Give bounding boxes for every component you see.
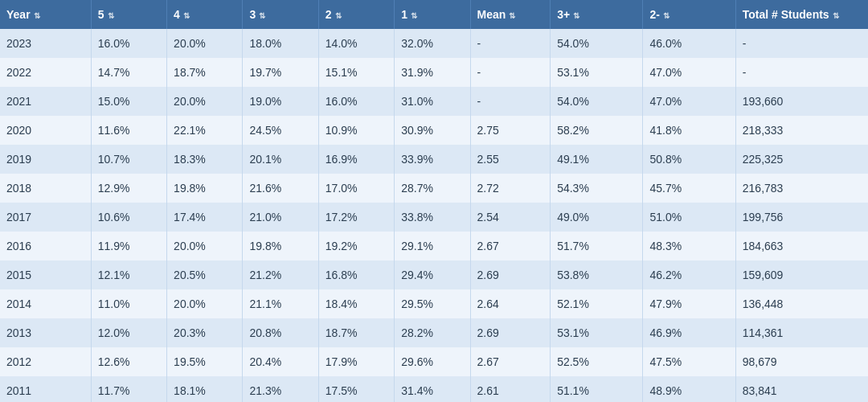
cell-c3: 21.3% — [243, 376, 318, 402]
cell-c1: 29.6% — [395, 347, 470, 376]
col-header-total[interactable]: Total # Students⇅ — [735, 0, 868, 29]
cell-total: 83,841 — [735, 376, 868, 402]
cell-year: 2022 — [0, 58, 91, 87]
cell-c2: 16.0% — [318, 87, 394, 116]
cell-c2minus: 48.3% — [643, 232, 735, 260]
col-header-c5[interactable]: 5⇅ — [91, 0, 166, 29]
cell-c1: 33.8% — [395, 203, 470, 232]
sort-icon-c4: ⇅ — [183, 11, 190, 20]
cell-c4: 20.3% — [167, 318, 243, 347]
cell-c3: 20.4% — [243, 347, 318, 376]
col-header-year[interactable]: Year⇅ — [0, 0, 91, 29]
col-header-c1[interactable]: 1⇅ — [395, 0, 470, 29]
cell-c4: 20.0% — [167, 232, 243, 260]
table-row: 201411.0%20.0%21.1%18.4%29.5%2.6452.1%47… — [0, 289, 868, 318]
cell-year: 2016 — [0, 232, 91, 260]
sort-icon-c3: ⇅ — [259, 11, 265, 20]
cell-c1: 29.4% — [395, 260, 470, 289]
cell-mean: - — [470, 58, 551, 87]
col-header-c2minus[interactable]: 2-⇅ — [643, 0, 735, 29]
col-header-c2[interactable]: 2⇅ — [318, 0, 394, 29]
cell-c3plus: 53.1% — [551, 318, 643, 347]
cell-c2: 15.1% — [318, 58, 394, 87]
cell-c2: 17.0% — [318, 174, 394, 203]
cell-total: 114,361 — [735, 318, 868, 347]
cell-c3: 21.6% — [243, 174, 318, 203]
cell-c1: 31.0% — [395, 87, 470, 116]
cell-c3: 19.8% — [243, 232, 318, 260]
cell-c1: 28.2% — [395, 318, 470, 347]
cell-c1: 33.9% — [395, 145, 470, 174]
cell-mean: 2.67 — [470, 347, 551, 376]
cell-c3: 18.0% — [243, 29, 318, 58]
cell-c3: 19.0% — [243, 87, 318, 116]
sort-icon-c3plus: ⇅ — [573, 11, 579, 20]
cell-c2minus: 51.0% — [643, 203, 735, 232]
cell-year: 2019 — [0, 145, 91, 174]
cell-mean: 2.64 — [470, 289, 551, 318]
cell-c4: 22.1% — [167, 116, 243, 145]
cell-c5: 12.1% — [91, 260, 166, 289]
table-row: 201812.9%19.8%21.6%17.0%28.7%2.7254.3%45… — [0, 174, 868, 203]
sort-icon-mean: ⇅ — [509, 11, 515, 20]
cell-c3plus: 51.1% — [551, 376, 643, 402]
cell-total: 98,679 — [735, 347, 868, 376]
cell-c3: 21.1% — [243, 289, 318, 318]
cell-total: 193,660 — [735, 87, 868, 116]
table-row: 202316.0%20.0%18.0%14.0%32.0%-54.0%46.0%… — [0, 29, 868, 58]
cell-total: 218,333 — [735, 116, 868, 145]
cell-c3plus: 58.2% — [551, 116, 643, 145]
col-label-c2minus: 2- — [649, 8, 659, 21]
table-row: 201111.7%18.1%21.3%17.5%31.4%2.6151.1%48… — [0, 376, 868, 402]
cell-c3: 20.8% — [243, 318, 318, 347]
cell-c5: 12.9% — [91, 174, 166, 203]
cell-year: 2021 — [0, 87, 91, 116]
cell-c2minus: 47.9% — [643, 289, 735, 318]
cell-c5: 11.9% — [91, 232, 166, 260]
col-label-c3: 3 — [249, 8, 256, 21]
cell-c5: 12.6% — [91, 347, 166, 376]
cell-c1: 29.1% — [395, 232, 470, 260]
cell-c3plus: 49.0% — [551, 203, 643, 232]
cell-year: 2018 — [0, 174, 91, 203]
col-header-c4[interactable]: 4⇅ — [167, 0, 243, 29]
cell-c4: 18.7% — [167, 58, 243, 87]
table-row: 201611.9%20.0%19.8%19.2%29.1%2.6751.7%48… — [0, 232, 868, 260]
cell-total: 136,448 — [735, 289, 868, 318]
cell-year: 2014 — [0, 289, 91, 318]
sort-icon-year: ⇅ — [34, 11, 40, 20]
cell-c1: 32.0% — [395, 29, 470, 58]
cell-total: 159,609 — [735, 260, 868, 289]
cell-c3plus: 53.1% — [551, 58, 643, 87]
cell-c2: 17.2% — [318, 203, 394, 232]
col-header-c3plus[interactable]: 3+⇅ — [551, 0, 643, 29]
cell-c3plus: 49.1% — [551, 145, 643, 174]
cell-c5: 10.7% — [91, 145, 166, 174]
table-header: Year⇅5⇅4⇅3⇅2⇅1⇅Mean⇅3+⇅2-⇅Total # Studen… — [0, 0, 868, 29]
cell-c5: 16.0% — [91, 29, 166, 58]
cell-c3: 21.0% — [243, 203, 318, 232]
table-row: 201212.6%19.5%20.4%17.9%29.6%2.6752.5%47… — [0, 347, 868, 376]
cell-c3: 19.7% — [243, 58, 318, 87]
cell-c4: 20.0% — [167, 29, 243, 58]
cell-mean: 2.61 — [470, 376, 551, 402]
cell-c2minus: 47.0% — [643, 87, 735, 116]
cell-c4: 20.5% — [167, 260, 243, 289]
cell-c5: 12.0% — [91, 318, 166, 347]
cell-c2: 19.2% — [318, 232, 394, 260]
cell-c3plus: 52.1% — [551, 289, 643, 318]
col-header-mean[interactable]: Mean⇅ — [470, 0, 551, 29]
cell-c2minus: 41.8% — [643, 116, 735, 145]
cell-c2minus: 46.0% — [643, 29, 735, 58]
col-label-c5: 5 — [98, 8, 104, 21]
cell-c5: 11.6% — [91, 116, 166, 145]
cell-year: 2012 — [0, 347, 91, 376]
cell-c3plus: 51.7% — [551, 232, 643, 260]
cell-c3: 21.2% — [243, 260, 318, 289]
cell-c1: 31.9% — [395, 58, 470, 87]
cell-c2: 16.8% — [318, 260, 394, 289]
cell-mean: 2.67 — [470, 232, 551, 260]
cell-year: 2011 — [0, 376, 91, 402]
col-header-c3[interactable]: 3⇅ — [243, 0, 318, 29]
table-row: 202214.7%18.7%19.7%15.1%31.9%-53.1%47.0%… — [0, 58, 868, 87]
